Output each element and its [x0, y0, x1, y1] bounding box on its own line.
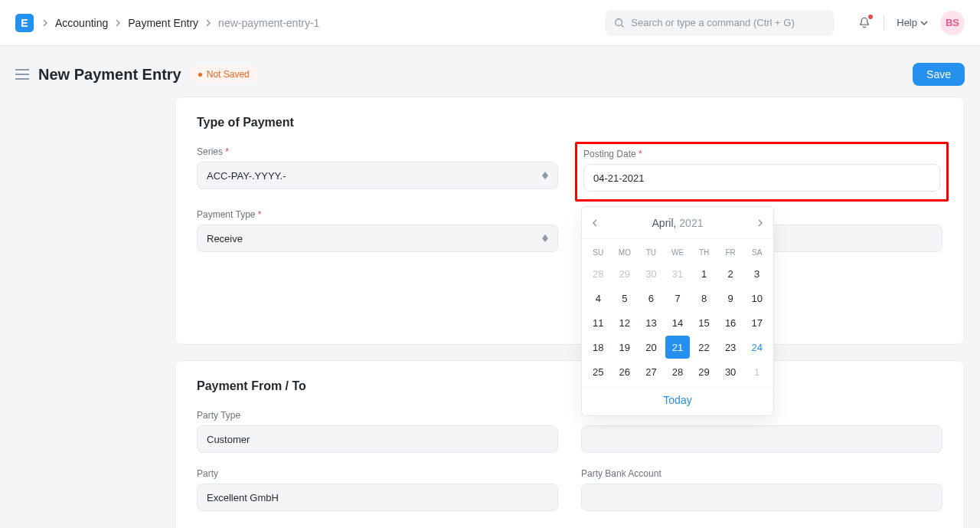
- datepicker-dow: FR: [717, 244, 744, 261]
- chevron-right-icon: [41, 19, 49, 27]
- app-logo[interactable]: E: [15, 14, 34, 32]
- datepicker-day[interactable]: 29: [612, 262, 638, 285]
- datepicker-day[interactable]: 16: [718, 311, 743, 334]
- party-bank-input[interactable]: [581, 484, 942, 511]
- posting-date-input[interactable]: 04-21-2021: [583, 164, 940, 192]
- datepicker-dow: MO: [612, 244, 639, 261]
- section-type-of-payment: Type of Payment Series * ACC-PAY-.YYYY.-…: [175, 97, 965, 345]
- party-type-value: Customer: [207, 434, 250, 445]
- datepicker-day[interactable]: 29: [691, 360, 717, 383]
- chevron-right-icon: [114, 19, 122, 27]
- datepicker-day[interactable]: 10: [744, 287, 769, 310]
- section-title: Type of Payment: [197, 116, 942, 130]
- section-title: Payment From / To: [197, 379, 942, 393]
- datepicker-day[interactable]: 9: [718, 287, 743, 310]
- party-value: Excellent GmbH: [207, 492, 279, 503]
- datepicker-day[interactable]: 2: [718, 262, 743, 285]
- field-party-bank-account: Party Bank Account: [581, 468, 942, 511]
- datepicker-day[interactable]: 30: [718, 360, 743, 383]
- user-avatar[interactable]: BS: [940, 11, 965, 35]
- search-input[interactable]: [631, 17, 825, 28]
- datepicker-day[interactable]: 28: [586, 262, 611, 285]
- datepicker-day[interactable]: 21: [665, 336, 691, 359]
- datepicker-today-link[interactable]: Today: [663, 394, 691, 406]
- datepicker-day[interactable]: 18: [586, 336, 611, 359]
- payment-type-select[interactable]: Receive: [197, 225, 558, 252]
- page-title: New Payment Entry: [38, 66, 181, 84]
- datepicker-day[interactable]: 15: [691, 311, 717, 334]
- datepicker-day[interactable]: 13: [639, 311, 664, 334]
- datepicker-prev-month[interactable]: [582, 207, 608, 239]
- datepicker-year: 2021: [679, 217, 703, 229]
- datepicker-day[interactable]: 1: [691, 262, 717, 285]
- datepicker-day[interactable]: 11: [586, 311, 611, 334]
- form-body: Type of Payment Series * ACC-PAY-.YYYY.-…: [0, 97, 980, 528]
- datepicker-day[interactable]: 20: [639, 336, 664, 359]
- party-bank-label: Party Bank Account: [581, 468, 942, 479]
- datepicker-day[interactable]: 27: [639, 360, 664, 383]
- help-menu[interactable]: Help: [897, 17, 928, 28]
- datepicker-popup: April, 2021 SUMOTUWETHFRSA28293031123456…: [581, 206, 774, 416]
- party-label: Party: [197, 468, 558, 479]
- datepicker-day[interactable]: 26: [612, 360, 638, 383]
- datepicker-day[interactable]: 3: [744, 262, 769, 285]
- field-party-type: Party Type Customer: [197, 410, 558, 453]
- series-label: Series *: [197, 146, 558, 157]
- breadcrumb: Accounting Payment Entry new-payment-ent…: [41, 17, 319, 29]
- notifications-button[interactable]: [858, 16, 871, 30]
- sidebar-toggle-icon[interactable]: [15, 69, 29, 80]
- posting-date-value: 04-21-2021: [593, 172, 645, 184]
- field-payment-type: Payment Type * Receive: [197, 209, 558, 252]
- datepicker-day[interactable]: 5: [612, 287, 638, 310]
- divider: [884, 15, 884, 31]
- datepicker-grid: SUMOTUWETHFRSA28293031123456789101112131…: [582, 239, 773, 387]
- datepicker-day[interactable]: 30: [639, 262, 664, 285]
- datepicker-dow: WE: [665, 244, 691, 261]
- save-button[interactable]: Save: [913, 63, 965, 86]
- datepicker-day[interactable]: 22: [691, 336, 717, 359]
- datepicker-day[interactable]: 14: [665, 311, 691, 334]
- datepicker-dow: SA: [743, 244, 770, 261]
- top-navbar: E Accounting Payment Entry new-payment-e…: [0, 0, 980, 46]
- chevron-right-icon: [204, 19, 212, 27]
- datepicker-dow: TH: [691, 244, 717, 261]
- datepicker-day[interactable]: 4: [586, 287, 611, 310]
- datepicker-day[interactable]: 7: [665, 287, 691, 310]
- search-icon: [614, 18, 625, 28]
- datepicker-day[interactable]: 24: [744, 336, 769, 359]
- posting-date-label: Posting Date *: [583, 149, 940, 159]
- series-select[interactable]: ACC-PAY-.YYYY.-: [197, 162, 558, 189]
- status-badge: Not Saved: [191, 66, 257, 83]
- datepicker-day[interactable]: 17: [744, 311, 769, 334]
- datepicker-day[interactable]: 12: [612, 311, 638, 334]
- party-type-label: Party Type: [197, 410, 558, 421]
- breadcrumb-accounting[interactable]: Accounting: [55, 17, 108, 29]
- datepicker-next-month[interactable]: [747, 207, 773, 239]
- datepicker-month: April,: [652, 217, 677, 229]
- datepicker-day[interactable]: 28: [665, 360, 691, 383]
- breadcrumb-payment-entry[interactable]: Payment Entry: [128, 17, 198, 29]
- field-series: Series * ACC-PAY-.YYYY.-: [197, 146, 558, 194]
- datepicker-footer: Today: [582, 387, 773, 415]
- datepicker-day[interactable]: 1: [744, 360, 769, 383]
- notification-dot-icon: [868, 15, 873, 19]
- datepicker-day[interactable]: 6: [639, 287, 664, 310]
- datepicker-day[interactable]: 19: [612, 336, 638, 359]
- datepicker-dow: SU: [585, 244, 612, 261]
- datepicker-day[interactable]: 23: [718, 336, 743, 359]
- datepicker-title[interactable]: April, 2021: [652, 217, 704, 229]
- navbar-actions: Help BS: [858, 11, 965, 35]
- global-search[interactable]: [605, 10, 835, 36]
- payment-type-label: Payment Type *: [197, 209, 558, 220]
- page-header: New Payment Entry Not Saved Save: [0, 46, 980, 97]
- field-right-blank: .: [581, 410, 942, 453]
- datepicker-day[interactable]: 8: [691, 287, 717, 310]
- select-arrows-icon: [542, 234, 548, 242]
- svg-point-0: [616, 18, 622, 25]
- party-input[interactable]: Excellent GmbH: [197, 484, 558, 511]
- blank-input[interactable]: [581, 425, 942, 453]
- status-text: Not Saved: [207, 69, 250, 80]
- party-type-input[interactable]: Customer: [197, 425, 558, 453]
- datepicker-day[interactable]: 31: [665, 262, 691, 285]
- datepicker-day[interactable]: 25: [586, 360, 611, 383]
